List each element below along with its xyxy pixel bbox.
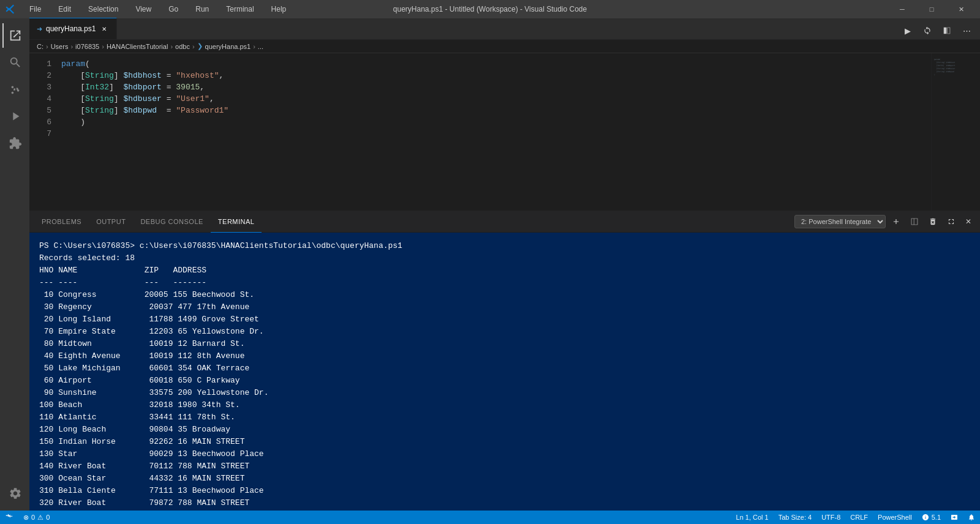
terminal-output-line: 40 Eighth Avenue 10019 112 8th Avenue xyxy=(39,350,970,362)
cursor-position[interactable]: Ln 1, Col 1 xyxy=(731,511,774,524)
maximize-panel-button[interactable] xyxy=(943,216,959,227)
terminal-output-line: 130 Star 90029 13 Beechwood Place xyxy=(39,448,970,460)
line-num-1: 1 xyxy=(29,58,51,70)
line-numbers: 1 2 3 4 5 6 7 xyxy=(29,53,59,211)
titlebar: File Edit Selection View Go Run Terminal… xyxy=(0,0,980,18)
search-activity-icon[interactable] xyxy=(2,50,27,75)
line-num-7: 7 xyxy=(29,128,51,140)
close-panel-button[interactable]: ✕ xyxy=(962,216,975,227)
split-editor-button[interactable] xyxy=(938,22,956,39)
breadcrumb-sep-2: › xyxy=(70,43,73,50)
titlebar-left: File Edit Selection View Go Run Terminal… xyxy=(5,4,290,15)
terminal-output-line: 300 Ocean Star 44332 16 MAIN STREET xyxy=(39,473,970,485)
breadcrumb: C: › Users › i076835 › HANAClientsTutori… xyxy=(29,40,980,53)
ps-version[interactable]: 5.1 xyxy=(917,511,946,524)
breadcrumb-file[interactable]: queryHana.ps1 xyxy=(205,43,251,50)
breadcrumb-dots[interactable]: ... xyxy=(258,43,263,50)
terminal-selector[interactable]: 2: PowerShell Integrate xyxy=(794,215,886,228)
terminal-output-line: 320 River Boat 79872 788 MAIN STREET xyxy=(39,497,970,509)
menu-go[interactable]: Go xyxy=(165,4,182,15)
menu-help[interactable]: Help xyxy=(268,4,290,15)
breadcrumb-c[interactable]: C: xyxy=(37,43,43,50)
breadcrumb-ps-icon: ❯ xyxy=(197,42,203,50)
breadcrumb-odbc[interactable]: odbc xyxy=(175,43,190,50)
terminal-content[interactable]: PS C:\Users\i076835> c:\Users\i076835\HA… xyxy=(29,233,980,511)
statusbar-right: Ln 1, Col 1 Tab Size: 4 UTF-8 CRLF Power… xyxy=(731,511,980,524)
statusbar: ⊗ 0 ⚠ 0 Ln 1, Col 1 Tab Size: 4 UTF-8 CR… xyxy=(0,511,980,524)
breadcrumb-tutorial[interactable]: HANAClientsTutorial xyxy=(107,43,168,50)
breadcrumb-user[interactable]: i076835 xyxy=(75,43,99,50)
terminal-output-line: 90 Sunshine 33575 200 Yellowstone Dr. xyxy=(39,387,970,399)
line-num-5: 5 xyxy=(29,105,51,116)
terminal-output-line: 140 River Boat 70112 788 MAIN STREET xyxy=(39,460,970,473)
terminal-output-line: 310 Bella Ciente 77111 13 Beechwood Plac… xyxy=(39,485,970,497)
remote-button[interactable] xyxy=(946,511,963,524)
tab-queryHana[interactable]: ➜ queryHana.ps1 ✕ xyxy=(29,18,117,39)
terminal-output-line: HNO NAME ZIP ADDRESS xyxy=(39,264,970,277)
extensions-activity-icon[interactable] xyxy=(2,131,27,155)
menu-view[interactable]: View xyxy=(132,4,155,15)
tab-output[interactable]: OUTPUT xyxy=(89,211,133,233)
menu-edit[interactable]: Edit xyxy=(55,4,75,15)
maximize-button[interactable]: □ xyxy=(918,0,946,18)
terminal-output-line: 110 Atlantic 33441 111 78th St. xyxy=(39,411,970,424)
terminal-output-line: 70 Empire State 12203 65 Yellowstone Dr. xyxy=(39,326,970,338)
encoding[interactable]: UTF-8 xyxy=(816,511,845,524)
remote-indicator[interactable] xyxy=(0,511,18,524)
tab-close-button[interactable]: ✕ xyxy=(99,24,109,34)
split-terminal-button[interactable] xyxy=(907,216,922,227)
terminal-output-line: 80 Midtown 10019 12 Barnard St. xyxy=(39,338,970,350)
tab-label: queryHana.ps1 xyxy=(46,24,96,33)
breadcrumb-sep-1: › xyxy=(46,43,48,50)
code-area[interactable]: param( [String] $hdbhost = "hxehost", [I… xyxy=(59,53,931,211)
terminal-output-line: 150 Indian Horse 92262 16 MAIN STREET xyxy=(39,436,970,448)
tab-problems[interactable]: PROBLEMS xyxy=(34,211,89,233)
menu-run[interactable]: Run xyxy=(192,4,213,15)
menu-file[interactable]: File xyxy=(26,4,45,15)
menu-selection[interactable]: Selection xyxy=(85,4,122,15)
panel: PROBLEMS OUTPUT DEBUG CONSOLE TERMINAL 2… xyxy=(29,211,980,511)
more-actions-button[interactable]: ⋯ xyxy=(958,22,975,39)
code-line-5: [String] $hdbpwd = "Password1" xyxy=(61,105,931,116)
minimize-button[interactable]: ─ xyxy=(888,0,916,18)
run-debug-activity-icon[interactable] xyxy=(2,104,27,129)
language-mode[interactable]: PowerShell xyxy=(873,511,917,524)
breadcrumb-sep-4: › xyxy=(170,43,173,50)
terminal-output-line: 100 Beach 32018 1980 34th St. xyxy=(39,399,970,411)
menu-terminal[interactable]: Terminal xyxy=(222,4,257,15)
tabbar: ➜ queryHana.ps1 ✕ ▶ ⋯ xyxy=(29,18,980,40)
settings-activity-icon[interactable] xyxy=(2,481,27,506)
editor: 1 2 3 4 5 6 7 param( [String] $hdbhost =… xyxy=(29,53,980,511)
terminal-output-line: 120 Long Beach 90804 35 Broadway xyxy=(39,424,970,436)
run-file-button[interactable]: ▶ xyxy=(899,22,916,39)
notification-bell[interactable] xyxy=(963,511,980,524)
breadcrumb-sep-5: › xyxy=(192,43,195,50)
powershell-file-icon: ➜ xyxy=(37,25,42,33)
line-num-3: 3 xyxy=(29,81,51,93)
new-terminal-button[interactable] xyxy=(888,216,904,227)
errors-indicator[interactable]: ⊗ 0 ⚠ 0 xyxy=(18,511,55,524)
minimap: param( [String] $hdbhost [Int32] $hdbpor… xyxy=(931,53,980,211)
source-control-activity-icon[interactable] xyxy=(2,77,27,102)
line-ending[interactable]: CRLF xyxy=(845,511,873,524)
ps-version-number: 5.1 xyxy=(932,514,941,521)
close-button[interactable]: ✕ xyxy=(947,0,975,18)
kill-terminal-button[interactable] xyxy=(925,216,941,227)
main-area: ➜ queryHana.ps1 ✕ ▶ ⋯ C: › Users › i0768… xyxy=(29,18,980,511)
tab-debug-console[interactable]: DEBUG CONSOLE xyxy=(133,211,210,233)
code-line-2: [String] $hdbhost = "hxehost", xyxy=(61,70,931,81)
line-num-2: 2 xyxy=(29,70,51,81)
activitybar xyxy=(0,18,29,511)
titlebar-right: ─ □ ✕ xyxy=(888,0,975,18)
open-changes-button[interactable] xyxy=(919,22,936,39)
terminal-output-line: 60 Airport 60018 650 C Parkway xyxy=(39,375,970,387)
explorer-icon[interactable] xyxy=(2,23,27,48)
statusbar-left: ⊗ 0 ⚠ 0 xyxy=(0,511,55,524)
titlebar-title: queryHana.ps1 - Untitled (Workspace) - V… xyxy=(393,5,587,13)
terminal-output-line: 30 Regency 20037 477 17th Avenue xyxy=(39,301,970,313)
tabbar-actions: ▶ ⋯ xyxy=(894,22,980,39)
terminal-output-line: 20 Long Island 11788 1499 Grove Street xyxy=(39,313,970,326)
tab-terminal[interactable]: TERMINAL xyxy=(211,211,262,233)
breadcrumb-users[interactable]: Users xyxy=(51,43,69,50)
tab-size[interactable]: Tab Size: 4 xyxy=(774,511,816,524)
